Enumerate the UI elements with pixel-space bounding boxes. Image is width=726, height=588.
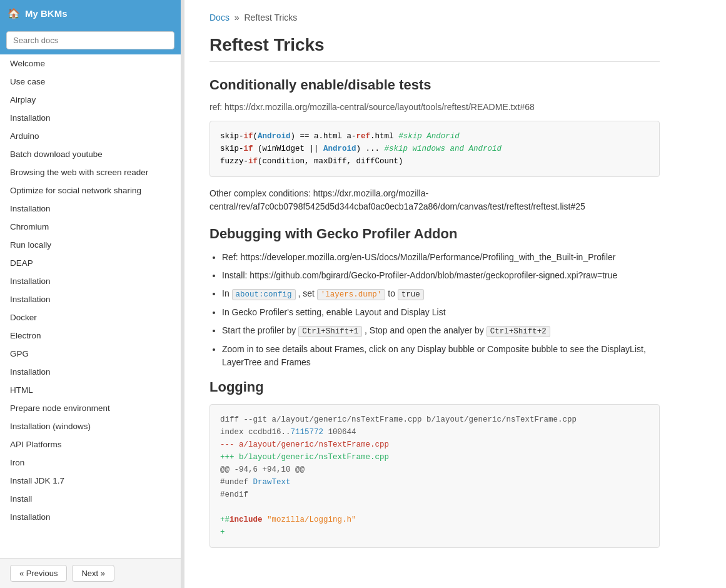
breadcrumb-separator: » <box>234 13 239 23</box>
search-container <box>0 26 181 54</box>
sidebar-title: My BKMs <box>25 8 68 19</box>
sidebar-item-10[interactable]: Run locally <box>0 236 181 254</box>
next-button[interactable]: Next » <box>72 565 114 582</box>
footer-nav: « Previous Next » <box>0 558 181 588</box>
sidebar-item-22[interactable]: Iron <box>0 454 181 472</box>
list-item: In Gecko Profiler's setting, enable Layo… <box>222 306 660 319</box>
sidebar-item-23[interactable]: Install JDK 1.7 <box>0 472 181 490</box>
sidebar-item-6[interactable]: Browsing the web with screen reader <box>0 163 181 181</box>
sidebar-item-17[interactable]: Installation <box>0 363 181 381</box>
breadcrumb: Docs » Reftest Tricks <box>209 13 660 23</box>
sidebar-item-20[interactable]: Installation (windows) <box>0 417 181 435</box>
section1-other-complex: Other complex conditions: https://dxr.mo… <box>209 187 660 213</box>
sidebar-item-2[interactable]: Airplay <box>0 91 181 109</box>
section3-title: Logging <box>209 379 660 395</box>
sidebar-item-3[interactable]: Installation <box>0 109 181 127</box>
inline-code-ctrl-shift-1: Ctrl+Shift+1 <box>298 326 362 337</box>
sidebar-item-0[interactable]: Welcome <box>0 54 181 73</box>
sidebar-item-16[interactable]: GPG <box>0 345 181 363</box>
sidebar-item-14[interactable]: Docker <box>0 308 181 327</box>
sidebar-item-11[interactable]: DEAP <box>0 254 181 272</box>
logging-code-block: diff --git a/layout/generic/nsTextFrame.… <box>209 404 660 548</box>
section2-bullet-list: Ref: https://developer.mozilla.org/en-US… <box>222 251 660 369</box>
list-item: In about:config , set 'layers.dump' to t… <box>222 287 660 301</box>
sidebar-item-9[interactable]: Chromium <box>0 218 181 236</box>
breadcrumb-docs-link[interactable]: Docs <box>209 13 229 23</box>
sidebar-item-25[interactable]: Installation <box>0 508 181 526</box>
sidebar-item-7[interactable]: Optimize for social network sharing <box>0 181 181 200</box>
section1-ref: ref: https://dxr.mozilla.org/mozilla-cen… <box>209 102 660 112</box>
sidebar-item-19[interactable]: Prepare node environment <box>0 399 181 417</box>
list-item: Ref: https://developer.mozilla.org/en-US… <box>222 251 660 264</box>
page-title: Reftest Tricks <box>209 35 660 62</box>
sidebar-item-1[interactable]: Use case <box>0 73 181 91</box>
sidebar: 🏠 My BKMs WelcomeUse caseAirplayInstalla… <box>0 0 181 588</box>
sidebar-item-13[interactable]: Installation <box>0 290 181 308</box>
sidebar-item-8[interactable]: Installation <box>0 200 181 218</box>
main-content: Docs » Reftest Tricks Reftest Tricks Con… <box>184 0 726 588</box>
sidebar-nav: WelcomeUse caseAirplayInstallationArduin… <box>0 54 181 558</box>
prev-button[interactable]: « Previous <box>10 565 67 582</box>
sidebar-item-15[interactable]: Electron <box>0 327 181 345</box>
section1-title: Conditionally enable/disable tests <box>209 77 660 93</box>
sidebar-item-12[interactable]: Installation <box>0 272 181 290</box>
list-item: Install: https://github.com/bgirard/Geck… <box>222 269 660 282</box>
list-item: Zoom in to see details about Frames, cli… <box>222 343 660 369</box>
inline-code-layers-dump: 'layers.dump' <box>317 289 386 300</box>
list-item: Start the profiler by Ctrl+Shift+1 , Sto… <box>222 324 660 338</box>
inline-code-about-config: about:config <box>232 289 296 300</box>
sidebar-item-5[interactable]: Batch download youtube <box>0 145 181 163</box>
inline-code-ctrl-shift-2: Ctrl+Shift+2 <box>487 326 550 337</box>
sidebar-item-4[interactable]: Arduino <box>0 127 181 145</box>
breadcrumb-current: Reftest Tricks <box>244 13 297 23</box>
home-icon: 🏠 <box>8 8 20 19</box>
section1-code-block: skip-if(Android) == a.html a-ref.html #s… <box>209 121 660 177</box>
sidebar-item-24[interactable]: Install <box>0 490 181 508</box>
sidebar-item-18[interactable]: HTML <box>0 381 181 399</box>
section2-title: Debugging with Gecko Profiler Addon <box>209 226 660 242</box>
sidebar-item-21[interactable]: API Platforms <box>0 435 181 454</box>
search-input[interactable] <box>6 31 174 49</box>
inline-code-true: true <box>398 289 424 300</box>
sidebar-header: 🏠 My BKMs <box>0 0 181 26</box>
